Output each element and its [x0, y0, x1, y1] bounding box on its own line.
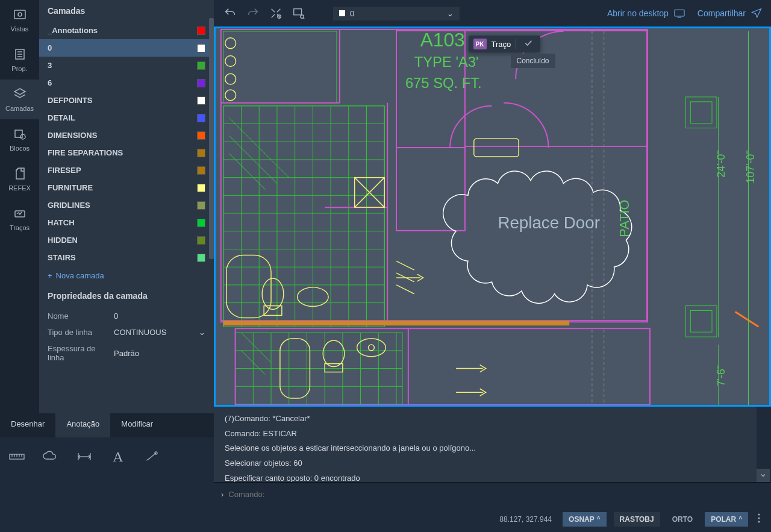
layer-list: _Annotations036DEFPOINTSDETAILDIMENSIONS… — [39, 22, 214, 266]
svg-point-7 — [20, 134, 25, 139]
leader-tool[interactable] — [143, 448, 160, 465]
nav-label: Prop. — [11, 65, 27, 72]
svg-rect-13 — [675, 10, 684, 16]
svg-line-85 — [396, 261, 414, 270]
svg-point-1 — [18, 13, 22, 16]
rastobj-label: RASTOBJ — [620, 515, 654, 524]
zoom-window-button[interactable] — [291, 5, 307, 21]
nav-label: Vistas — [11, 25, 29, 33]
layer-color-swatch[interactable] — [197, 201, 205, 210]
layer-color-swatch[interactable] — [197, 96, 205, 105]
layer-name: _Annotations — [48, 26, 197, 35]
revcloud-tool[interactable] — [42, 448, 59, 465]
linetype-select[interactable]: CONTINUOUS ⌄ — [114, 328, 205, 337]
svg-rect-75 — [264, 306, 282, 316]
linear-dim-tool[interactable] — [76, 448, 93, 465]
svg-rect-96 — [223, 321, 569, 325]
layer-row[interactable]: 3 — [39, 57, 214, 74]
nav-label: Blocos — [10, 145, 30, 152]
layer-row[interactable]: 6 — [39, 74, 214, 92]
nav-prop[interactable]: Prop. — [0, 40, 39, 80]
layer-row[interactable]: DETAIL — [39, 109, 214, 127]
layer-row[interactable]: DIMENSIONS — [39, 127, 214, 144]
layer-row[interactable]: _Annotations — [39, 22, 214, 39]
layer-row[interactable]: HATCH — [39, 214, 214, 231]
layer-color-swatch[interactable] — [197, 166, 205, 175]
share-link[interactable]: Compartilhar — [698, 8, 763, 19]
trace-tooltip: Concluído — [511, 54, 555, 68]
trace-label: Traço — [492, 40, 511, 49]
layer-name: FURNITURE — [48, 183, 197, 192]
layer-row[interactable]: DEFPOINTS — [39, 92, 214, 109]
chevron-down-icon: ⌄ — [199, 328, 205, 337]
layer-row[interactable]: 0 — [39, 39, 214, 57]
blocks-icon — [13, 127, 27, 141]
nav-label: Traços — [10, 224, 30, 231]
status-more-button[interactable] — [755, 513, 763, 525]
nav-camadas[interactable]: Camadas — [0, 80, 39, 119]
layer-name: FIRE SEPARATIONS — [48, 148, 197, 157]
current-layer-dropdown[interactable]: 0 ⌄ — [333, 7, 460, 20]
prop-lineweight-value[interactable]: Padrão — [114, 349, 205, 358]
new-layer-button[interactable]: + Nova camada — [39, 266, 214, 285]
command-history[interactable]: (7)Comando: *Cancelar*Comando: ESTICARSe… — [214, 407, 757, 482]
layer-color-swatch[interactable] — [197, 61, 205, 70]
osnap-toggle[interactable]: OSNAP ^ — [563, 512, 607, 527]
layer-color-swatch[interactable] — [197, 131, 205, 140]
layer-color-swatch[interactable] — [197, 27, 205, 35]
nav-refex[interactable]: REFEX — [0, 159, 39, 199]
layer-row[interactable]: FIRE SEPARATIONS — [39, 144, 214, 161]
layer-name: FIRESEP — [48, 166, 197, 175]
tab-modify[interactable]: Modificar — [110, 413, 164, 437]
polar-label: POLAR — [711, 515, 736, 524]
command-input[interactable] — [228, 490, 764, 499]
layer-color-swatch[interactable] — [197, 254, 205, 262]
layer-row[interactable]: GRIDLINES — [39, 196, 214, 214]
layer-row[interactable]: FURNITURE — [39, 179, 214, 196]
svg-text:24'-0": 24'-0" — [715, 150, 727, 177]
layer-row[interactable]: STAIRS — [39, 249, 214, 266]
drawing-canvas[interactable]: A103 TYPE 'A3' 675 SQ. FT. PATIO 24'-0" … — [214, 27, 771, 407]
layer-row[interactable]: HIDDEN — [39, 231, 214, 249]
dimension-tool[interactable] — [8, 448, 25, 465]
undo-button[interactable] — [222, 5, 238, 21]
layer-color-swatch[interactable] — [197, 44, 205, 52]
zoom-extents-button[interactable] — [268, 5, 284, 21]
nav-tracos[interactable]: Traços — [0, 199, 39, 239]
scrollbar[interactable] — [209, 18, 214, 259]
redo-button[interactable] — [245, 5, 261, 21]
layer-color-swatch[interactable] — [197, 236, 205, 245]
prop-name-value[interactable]: 0 — [114, 311, 205, 321]
layer-color-swatch[interactable] — [197, 79, 205, 87]
command-history-scroll-down[interactable] — [757, 469, 770, 482]
coordinates-display: 88.127, 327.944 — [499, 515, 552, 524]
trace-finish-button[interactable] — [521, 38, 535, 50]
layers-icon — [13, 87, 27, 101]
svg-text:TYPE 'A3': TYPE 'A3' — [414, 54, 479, 70]
layer-color-swatch[interactable] — [197, 114, 205, 122]
tab-draw[interactable]: Desenhar — [0, 413, 55, 437]
layer-color-swatch[interactable] — [197, 184, 205, 192]
layer-name: DIMENSIONS — [48, 131, 197, 140]
open-desktop-link[interactable]: Abrir no desktop — [607, 8, 685, 18]
layer-color-swatch[interactable] — [197, 149, 205, 157]
svg-text:A103: A103 — [420, 29, 465, 51]
chevron-down-icon — [760, 472, 767, 479]
layer-color-swatch[interactable] — [197, 219, 205, 227]
orto-toggle[interactable]: ORTO — [667, 512, 698, 527]
polar-toggle[interactable]: POLAR ^ — [705, 512, 748, 527]
chevron-up-icon: ^ — [738, 516, 742, 522]
tab-annotate[interactable]: Anotação — [55, 413, 110, 437]
command-history-line: Selecione os objetos a esticar intersecc… — [225, 441, 746, 456]
svg-point-83 — [357, 339, 386, 357]
layer-row[interactable]: FIRESEP — [39, 161, 214, 179]
svg-line-97 — [735, 311, 759, 327]
svg-rect-82 — [325, 364, 343, 372]
text-tool[interactable]: A — [110, 448, 126, 465]
views-icon — [13, 7, 27, 22]
rastobj-toggle[interactable]: RASTOBJ — [614, 512, 660, 527]
trace-badge: PK Traço — [469, 36, 541, 52]
layer-name: STAIRS — [48, 253, 197, 262]
nav-vistas[interactable]: Vistas — [0, 0, 39, 40]
nav-blocos[interactable]: Blocos — [0, 119, 39, 159]
